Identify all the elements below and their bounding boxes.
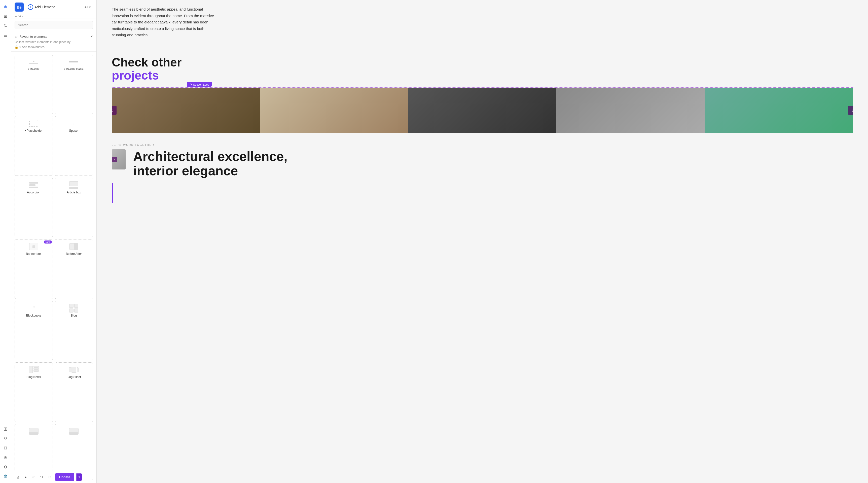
icon-bar-arrows[interactable]: ⇅: [1, 21, 10, 30]
thumb-nav-button[interactable]: ‹: [112, 157, 117, 162]
star-icon: ☆: [14, 34, 18, 38]
update-dropdown-button[interactable]: ▾: [76, 474, 82, 481]
lets-work-label: LET'S WORK TOGETHER: [112, 143, 853, 146]
chevron-up-icon: ✕: [90, 35, 93, 38]
carousel-next-button[interactable]: ›: [848, 106, 853, 115]
section-loop-icon: ⟳: [190, 83, 192, 86]
icon-bar-plus[interactable]: ⊕: [1, 2, 10, 11]
lock-icon: 🔒: [14, 45, 19, 49]
element-card-blog-slider[interactable]: Blog Slider: [55, 362, 93, 422]
carousel-section: ⟳ Section Loop ‹ ›: [97, 82, 868, 133]
spacer-label: Spacer: [69, 129, 79, 132]
canvas-area: The seamless blend of aesthetic appeal a…: [97, 0, 868, 483]
elements-grid: ✦ • Divider • Divider Basic: [11, 52, 96, 483]
icon-bar-globe[interactable]: ⊙: [1, 453, 10, 462]
element-card-banner-box[interactable]: New ⬜ Banner box: [14, 239, 53, 299]
icon-bar-grid[interactable]: ⊞: [1, 11, 10, 21]
banner-box-icon: ⬜: [29, 243, 38, 250]
spacer-icon: ↕: [73, 120, 75, 127]
blockquote-icon: ": [32, 305, 35, 312]
add-to-favourites-link[interactable]: 🔒 > Add to favourites: [14, 45, 93, 49]
carousel-images: [112, 88, 852, 133]
work-together-row: ‹ Architectural excellence, interior ele…: [112, 149, 853, 178]
work-together-section: LET'S WORK TOGETHER ‹ Architectural exce…: [97, 133, 868, 208]
purple-accent-bar: [112, 183, 113, 203]
carousel-image-1: [112, 88, 260, 133]
chevron-down-icon: ▾: [89, 5, 91, 9]
device-button[interactable]: 🖥: [14, 473, 21, 481]
partial2-icon: [69, 428, 79, 435]
element-card-blog-news[interactable]: Blog News: [14, 362, 53, 422]
article-box-icon: [69, 182, 78, 189]
icon-bar-layers[interactable]: ☰: [1, 31, 10, 40]
carousel-wrapper: ‹ ›: [112, 87, 853, 133]
placeholder-label: • Placeholder: [25, 129, 42, 132]
bottom-toolbar: 🖥 ▲ ↩ ↪ ⊙ Update ▾: [11, 471, 86, 483]
new-badge: New: [44, 241, 52, 243]
banner-box-label: Banner box: [26, 252, 41, 255]
blog-news-icon: [29, 366, 39, 373]
element-card-placeholder[interactable]: • Placeholder: [14, 116, 53, 176]
article-box-label: Article box: [67, 191, 81, 194]
accordion-icon: [29, 182, 38, 189]
element-card-divider[interactable]: ✦ • Divider: [14, 55, 53, 114]
top-text-section: The seamless blend of aesthetic appeal a…: [97, 0, 868, 46]
work-together-heading: Architectural excellence, interior elega…: [133, 149, 853, 178]
blog-label: Blog: [71, 314, 77, 317]
filter-label: All: [85, 5, 88, 9]
favourites-section: ☆ Favourite elements ✕ Collect favourite…: [11, 32, 96, 52]
add-element-button[interactable]: + Add Element: [26, 3, 57, 11]
accordion-label: Accordion: [27, 191, 40, 194]
be-logo: Be: [14, 2, 24, 11]
section-loop-label: Section Loop: [193, 83, 209, 86]
carousel-image-2: [260, 88, 408, 133]
element-card-blog[interactable]: Blog: [55, 301, 93, 360]
carousel-prev-button[interactable]: ‹: [112, 106, 117, 115]
search-input[interactable]: [14, 21, 93, 29]
sidebar-header: Be + Add Element All ▾: [11, 0, 96, 14]
element-card-before-after[interactable]: Before After: [55, 239, 93, 299]
before-after-label: Before After: [66, 252, 82, 255]
blog-slider-label: Blog Slider: [66, 375, 81, 379]
top-text-paragraph: The seamless blend of aesthetic appeal a…: [112, 6, 217, 38]
work-thumbnail: ‹: [112, 149, 126, 170]
undo-button[interactable]: ↩: [31, 473, 37, 481]
divider-basic-label: • Divider Basic: [64, 67, 84, 71]
favourites-description: Collect favourite elements in one place …: [14, 40, 93, 44]
icon-bar-layers2[interactable]: ◫: [1, 424, 10, 433]
before-after-icon: [69, 243, 78, 250]
camera-button[interactable]: ⊙: [47, 473, 53, 481]
update-button[interactable]: Update: [55, 473, 74, 481]
carousel-image-4: [556, 88, 704, 133]
plus-icon: +: [28, 4, 33, 10]
icon-bar-gear[interactable]: ⚙: [1, 462, 10, 472]
version-badge: v27.4.5: [11, 14, 96, 19]
divider-icon: ✦: [29, 58, 38, 65]
element-card-blockquote[interactable]: " Blockquote: [14, 301, 53, 360]
check-projects-heading: Check other projects: [112, 56, 853, 83]
blockquote-label: Blockquote: [26, 314, 41, 317]
element-card-article-box[interactable]: Article box: [55, 178, 93, 237]
work-heading-line2: interior elegance: [133, 163, 238, 178]
divider-label: • Divider: [28, 67, 39, 71]
redo-button[interactable]: ↪: [39, 473, 45, 481]
element-card-divider-basic[interactable]: • Divider Basic: [55, 55, 93, 114]
placeholder-icon: [29, 120, 38, 127]
element-card-accordion[interactable]: Accordion: [14, 178, 53, 237]
work-heading-line1: Architectural excellence,: [133, 149, 287, 164]
work-text-block: Architectural excellence, interior elega…: [133, 149, 853, 178]
element-card-spacer[interactable]: ↕ Spacer: [55, 116, 93, 176]
blog-news-label: Blog News: [26, 375, 41, 379]
section-loop-badge: ⟳ Section Loop: [187, 82, 212, 87]
check-projects-section: Check other projects: [97, 46, 868, 83]
filter-all-button[interactable]: All ▾: [83, 4, 93, 10]
icon-bar-refresh[interactable]: ↻: [1, 434, 10, 443]
favourites-header[interactable]: ☆ Favourite elements ✕: [14, 34, 93, 38]
cta-bar: [112, 183, 853, 203]
icon-bar: ⊕ ⊞ ⇅ ☰ ◫ ↻ ⊟ ⊙ ⚙ Ⓦ: [0, 0, 11, 483]
partial1-icon: [29, 428, 38, 435]
icon-bar-sliders[interactable]: ⊟: [1, 443, 10, 452]
up-arrow-button[interactable]: ▲: [23, 473, 29, 481]
icon-bar-wp[interactable]: Ⓦ: [1, 472, 10, 481]
check-heading-line1: Check other: [112, 56, 182, 69]
